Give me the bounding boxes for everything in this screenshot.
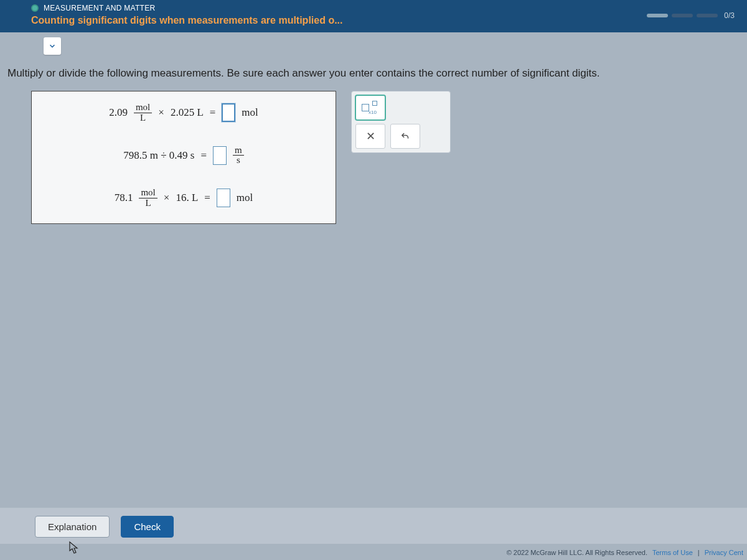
check-button[interactable]: Check [121, 516, 174, 538]
chevron-down-icon [48, 42, 57, 50]
eq3-operator: × [164, 192, 170, 204]
topbar: MEASUREMENT AND MATTER Counting signific… [0, 0, 747, 32]
copyright-text: © 2022 McGraw Hill LLC. All Rights Reser… [507, 549, 647, 556]
terms-link[interactable]: Terms of Use [652, 549, 693, 556]
eq2-equals: = [200, 149, 207, 162]
legal-divider: | [698, 549, 700, 556]
eq3-rhs: 16. L [176, 192, 198, 204]
explanation-button[interactable]: Explanation [35, 516, 110, 538]
eq3-answer-input[interactable] [217, 189, 230, 207]
eq3-coefficient: 78.1 [115, 192, 133, 204]
eq3-equals: = [204, 192, 210, 204]
eq2-answer-input[interactable] [213, 146, 227, 165]
eq1-equals: = [210, 106, 216, 119]
eq3-unit-fraction: mol L [139, 188, 157, 208]
clear-key[interactable]: ✕ [355, 124, 385, 149]
undo-icon [400, 131, 411, 142]
sci-notation-key[interactable]: x10 [355, 95, 385, 120]
eq1-unit-fraction: mol L [134, 103, 152, 123]
footer-bar: Explanation Check [0, 508, 747, 544]
cursor-icon [68, 541, 80, 558]
instructions-text: Multiply or divide the following measure… [0, 55, 747, 91]
progress-bar: 0/3 [647, 11, 735, 20]
eq2-lhs: 798.5 m ÷ 0.49 s [123, 149, 194, 162]
keypad: x10 ✕ [351, 91, 451, 153]
close-icon: ✕ [366, 129, 375, 143]
progress-count: 0/3 [724, 11, 735, 20]
undo-key[interactable] [390, 124, 420, 149]
category-label: MEASUREMENT AND MATTER [44, 4, 156, 12]
eq1-operator: × [158, 106, 164, 119]
legal-footer: © 2022 McGraw Hill LLC. All Rights Reser… [507, 549, 743, 556]
eq1-rhs: 2.025 L [171, 106, 204, 119]
eq1-result-unit: mol [242, 106, 258, 119]
status-dot-icon [31, 4, 39, 12]
eq1-answer-input[interactable] [222, 103, 235, 122]
equation-2: 798.5 m ÷ 0.49 s = m s [44, 146, 323, 166]
equation-1: 2.09 mol L × 2.025 L = mol [44, 103, 323, 123]
eq2-result-unit-fraction: m s [233, 146, 244, 166]
eq3-result-unit: mol [237, 192, 253, 204]
eq1-coefficient: 2.09 [109, 106, 128, 119]
collapse-toggle[interactable] [44, 37, 61, 55]
equation-panel: 2.09 mol L × 2.025 L = mol 798.5 m ÷ 0.4… [31, 91, 336, 224]
page-title: Counting significant digits when measure… [31, 15, 740, 26]
equation-3: 78.1 mol L × 16. L = mol [44, 188, 323, 208]
privacy-link[interactable]: Privacy Cent [705, 549, 743, 556]
